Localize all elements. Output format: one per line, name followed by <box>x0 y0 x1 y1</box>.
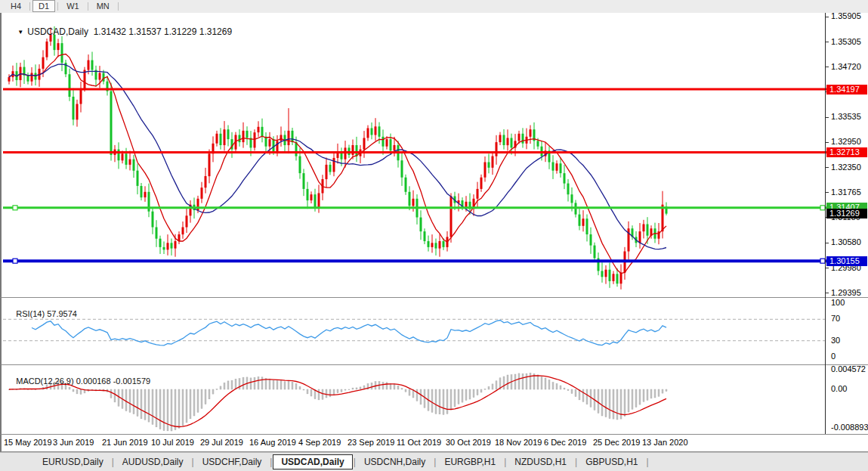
candle-body <box>450 197 453 237</box>
rsi-panel[interactable] <box>0 298 868 365</box>
date-tick-label: 30 Oct 2019 <box>446 438 491 447</box>
rsi-plot[interactable] <box>3 298 826 364</box>
macd-histogram-bar <box>605 389 607 417</box>
macd-histogram-bar <box>190 389 191 419</box>
candle-body <box>8 77 11 82</box>
tab-usdcnh-daily[interactable]: USDCNH,Daily <box>357 454 433 469</box>
candle-body <box>144 192 147 197</box>
macd-histogram-bar <box>435 389 437 414</box>
candle-body <box>409 192 411 206</box>
macd-histogram-bar <box>159 389 161 429</box>
macd-histogram-bar <box>292 382 293 389</box>
chart-title: ▼USDCAD,Daily 1.31432 1.31537 1.31229 1.… <box>8 16 232 48</box>
macd-histogram-bar <box>212 389 214 394</box>
candle-body <box>378 126 381 137</box>
timeframe-button-mn[interactable]: MN <box>91 0 116 12</box>
price-tick-mark <box>826 167 829 168</box>
macd-histogram-bar <box>439 389 440 414</box>
timeframe-button-h4[interactable]: H4 <box>5 0 27 12</box>
candle-body <box>567 184 570 195</box>
macd-histogram-bar <box>624 389 626 417</box>
candle-body <box>552 163 554 171</box>
chart-symbol-label: USDCAD,Daily <box>27 26 88 37</box>
price-badge: 1.34197 <box>826 85 867 95</box>
candle-body <box>118 150 120 161</box>
price-tick-mark <box>826 142 829 143</box>
date-tick-label: 13 Jan 2020 <box>642 438 688 447</box>
macd-histogram-bar <box>235 379 236 389</box>
tab-usdcad-daily[interactable]: USDCAD,Daily <box>273 454 352 469</box>
macd-histogram-bar <box>250 378 252 389</box>
macd-histogram-bar <box>484 389 486 389</box>
macd-histogram-bar <box>242 377 244 389</box>
rsi-line <box>32 321 666 346</box>
candle-body <box>488 163 490 168</box>
tab-eurusd-daily[interactable]: EURUSD,Daily <box>35 454 111 469</box>
macd-histogram-bar <box>473 389 474 398</box>
candle-body <box>73 97 75 119</box>
macd-histogram-bar <box>662 389 663 393</box>
candle-body <box>586 218 588 234</box>
candle-body <box>352 145 354 155</box>
tab-nzdusd-h1[interactable]: NZDUSD,H1 <box>507 454 574 469</box>
collapse-triangle-icon[interactable]: ▼ <box>17 29 23 36</box>
macd-histogram-bar <box>477 389 478 395</box>
macd-histogram-bar <box>344 389 346 390</box>
macd-histogram-bar <box>178 389 180 428</box>
candle-body <box>318 194 320 208</box>
macd-histogram-bar <box>175 389 176 430</box>
candle-body <box>129 160 131 165</box>
hline-handle[interactable] <box>13 206 17 210</box>
candle-body <box>620 273 622 284</box>
price-tick-mark <box>826 117 829 118</box>
timeframe-button-w1[interactable]: W1 <box>60 0 85 12</box>
macd-histogram-bar <box>658 389 659 396</box>
tab-usdchf-daily[interactable]: USDCHF,Daily <box>195 454 270 469</box>
macd-histogram-bar <box>443 389 444 414</box>
macd-histogram-bar <box>273 380 274 389</box>
candle-body <box>122 153 124 160</box>
candle-body <box>246 131 249 138</box>
candle-body <box>186 215 188 227</box>
tab-audusd-daily[interactable]: AUDUSD,Daily <box>115 454 191 469</box>
rsi-axis-label: 70 <box>831 314 840 324</box>
candle-body <box>363 138 366 150</box>
macd-histogram-bar <box>514 374 516 389</box>
candle-body <box>443 241 445 247</box>
macd-histogram-bar <box>458 389 459 404</box>
hline-handle[interactable] <box>13 259 17 263</box>
candle-body <box>269 139 271 147</box>
tab-eurgbp-h1[interactable]: EURGBP,H1 <box>437 454 503 469</box>
candle-body <box>42 57 45 69</box>
candle-body <box>382 137 385 147</box>
date-tick-label: 16 Aug 2019 <box>249 438 296 447</box>
macd-histogram-bar <box>276 381 278 389</box>
macd-histogram-bar <box>560 386 561 389</box>
main-chart-panel[interactable] <box>0 13 868 298</box>
macd-axis-label: 0.00 <box>831 384 847 394</box>
macd-histogram-bar <box>420 389 422 404</box>
toolbar-separator <box>29 2 30 11</box>
candle-body <box>499 135 502 143</box>
macd-histogram-bar <box>480 389 482 392</box>
candle-body <box>616 274 619 284</box>
macd-histogram-bar <box>209 389 210 399</box>
candle-body <box>103 73 105 82</box>
timeframe-button-d1[interactable]: D1 <box>32 0 55 12</box>
macd-histogram-bar <box>258 376 259 389</box>
macd-histogram-bar <box>632 389 633 409</box>
candle-body <box>594 246 596 259</box>
macd-histogram-bar <box>526 373 527 389</box>
candle-body <box>326 165 328 179</box>
macd-histogram-bar <box>503 376 505 389</box>
candle-body <box>477 189 479 199</box>
candle-body <box>601 271 604 277</box>
candle-body <box>137 171 139 186</box>
price-tick-label: 1.33535 <box>831 112 861 122</box>
candlestick-plot[interactable] <box>3 13 826 297</box>
macd-axis-label: -0.008893 <box>831 423 868 432</box>
candle-body <box>613 274 615 281</box>
price-tick-mark <box>826 17 829 17</box>
tab-gbpusd-h1[interactable]: GBPUSD,H1 <box>578 454 645 469</box>
macd-histogram-bar <box>616 389 618 420</box>
